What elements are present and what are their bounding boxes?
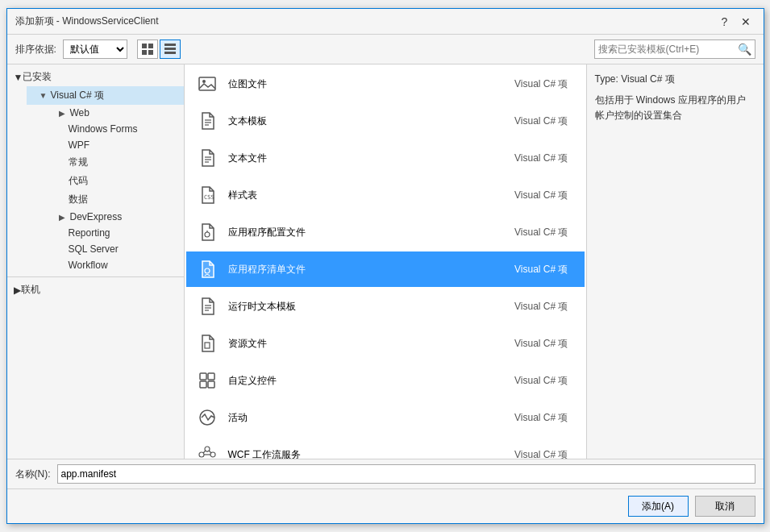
template-name: 应用程序清单文件 — [228, 263, 515, 276]
template-row[interactable]: 文本模板Visual C# 项 — [186, 103, 585, 139]
code-item[interactable]: 代码 — [46, 172, 184, 190]
template-icon — [194, 330, 220, 356]
name-input[interactable] — [57, 464, 755, 484]
template-type: Visual C# 项 — [514, 114, 568, 128]
reporting-label: Reporting — [69, 227, 177, 239]
template-name: 样式表 — [228, 189, 515, 202]
template-icon — [194, 405, 220, 430]
svg-text:CSS: CSS — [204, 194, 214, 201]
type-label: Type: Visual C# 项 — [595, 73, 755, 86]
installed-section[interactable]: ▼ 已安装 — [7, 68, 184, 86]
template-name: 自定义控件 — [228, 374, 515, 388]
toolbar: 排序依据: 默认值 名称 类型 — [7, 35, 764, 64]
svg-rect-23 — [200, 373, 206, 380]
sql-server-item[interactable]: SQL Server — [46, 241, 184, 257]
template-icon — [194, 219, 220, 245]
grid-view-button[interactable] — [137, 39, 158, 59]
windows-forms-label: Windows Forms — [69, 123, 177, 135]
search-input[interactable] — [598, 44, 738, 55]
template-type: Visual C# 项 — [514, 411, 568, 425]
wpf-item[interactable]: WPF — [46, 137, 184, 153]
template-icon — [194, 256, 220, 282]
template-name: WCF 工作流服务 — [228, 448, 515, 459]
template-type: Visual C# 项 — [514, 374, 568, 388]
template-name: 运行时文本模板 — [228, 300, 515, 314]
template-row[interactable]: 应用程序配置文件Visual C# 项 — [186, 214, 585, 250]
template-name: 位图文件 — [228, 77, 515, 91]
network-section[interactable]: ▶ 联机 — [7, 281, 184, 299]
template-icon: CSS — [194, 182, 220, 208]
grid-icon — [142, 44, 153, 55]
name-label: 名称(N): — [15, 468, 51, 481]
svg-rect-4 — [164, 44, 176, 46]
view-toggle — [137, 39, 181, 59]
sql-server-label: SQL Server — [69, 243, 177, 255]
common-label: 常规 — [69, 156, 177, 169]
network-label: 联机 — [21, 283, 40, 297]
template-icon — [194, 71, 220, 97]
template-row[interactable]: 应用程序清单文件Visual C# 项 — [186, 251, 585, 287]
template-type: Visual C# 项 — [514, 263, 568, 276]
visual-csharp-item[interactable]: ▼ Visual C# 项 — [27, 86, 184, 105]
left-separator — [7, 276, 184, 277]
template-type: Visual C# 项 — [514, 300, 568, 314]
template-type: Visual C# 项 — [514, 77, 568, 91]
devexpress-label: DevExpress — [70, 211, 177, 222]
template-type: Visual C# 项 — [514, 448, 568, 459]
template-row[interactable]: 运行时文本模板Visual C# 项 — [186, 289, 585, 324]
template-row[interactable]: CSS 样式表Visual C# 项 — [186, 177, 585, 213]
workflow-label: Workflow — [69, 260, 177, 271]
template-name: 资源文件 — [228, 337, 515, 351]
template-row[interactable]: 自定义控件Visual C# 项 — [186, 363, 585, 398]
template-name: 文本文件 — [228, 152, 515, 165]
svg-rect-25 — [200, 381, 206, 388]
content-area: ▼ 已安装 ▼ Visual C# 项 ▶ Web Windows — [7, 64, 764, 459]
svg-rect-2 — [142, 50, 147, 55]
middle-panel: 位图文件Visual C# 项 文本模板Visual C# 项 文本文件Visu… — [185, 64, 586, 459]
template-type: Visual C# 项 — [514, 189, 568, 202]
windows-forms-item[interactable]: Windows Forms — [46, 121, 184, 137]
template-row[interactable]: WCF 工作流服务Visual C# 项 — [186, 437, 585, 459]
cancel-button[interactable]: 取消 — [695, 496, 755, 517]
template-row[interactable]: 位图文件Visual C# 项 — [186, 66, 585, 102]
action-bar: 添加(A) 取消 — [7, 488, 764, 523]
sort-select[interactable]: 默认值 名称 类型 — [63, 39, 127, 59]
template-type: Visual C# 项 — [514, 337, 568, 351]
svg-rect-3 — [148, 50, 153, 55]
template-icon — [194, 368, 220, 393]
devexpress-arrow: ▶ — [59, 213, 69, 222]
add-button[interactable]: 添加(A) — [628, 496, 689, 517]
help-button[interactable]: ? — [715, 14, 735, 30]
svg-point-8 — [202, 80, 206, 83]
template-name: 活动 — [228, 411, 515, 425]
dialog-title: 添加新项 - WindowsServiceClient — [15, 15, 159, 28]
data-item[interactable]: 数据 — [46, 190, 184, 209]
workflow-item[interactable]: Workflow — [46, 257, 184, 273]
svg-rect-26 — [208, 381, 214, 388]
template-row[interactable]: 活动Visual C# 项 — [186, 400, 585, 435]
template-row[interactable]: 文本文件Visual C# 项 — [186, 140, 585, 176]
close-button[interactable]: ✕ — [736, 14, 755, 30]
list-view-button[interactable] — [160, 39, 181, 59]
template-row[interactable]: 资源文件Visual C# 项 — [186, 326, 585, 361]
devexpress-item[interactable]: ▶ DevExpress — [46, 209, 184, 225]
svg-line-33 — [203, 451, 206, 453]
title-bar: 添加新项 - WindowsServiceClient ? ✕ — [7, 9, 764, 35]
svg-point-16 — [205, 232, 210, 237]
description-text: 包括用于 Windows 应用程序的用户帐户控制的设置集合 — [595, 93, 755, 123]
web-item[interactable]: ▶ Web — [46, 105, 184, 121]
svg-line-34 — [209, 451, 211, 453]
reporting-item[interactable]: Reporting — [46, 225, 184, 241]
common-item[interactable]: 常规 — [46, 153, 184, 172]
visual-csharp-section: ▼ Visual C# 项 ▶ Web Windows Forms WPF — [7, 86, 184, 273]
left-panel: ▼ 已安装 ▼ Visual C# 项 ▶ Web Windows — [7, 64, 185, 459]
dialog-body: 排序依据: 默认值 名称 类型 — [7, 35, 764, 523]
title-bar-controls: ? ✕ — [715, 14, 755, 30]
template-icon — [194, 293, 220, 319]
search-icon: 🔍 — [738, 43, 751, 56]
template-type: Visual C# 项 — [514, 226, 568, 239]
visual-csharp-label: Visual C# 项 — [51, 89, 177, 102]
right-panel: Type: Visual C# 项 包括用于 Windows 应用程序的用户帐户… — [586, 64, 764, 459]
svg-rect-7 — [199, 77, 215, 90]
network-arrow: ▶ — [14, 285, 21, 296]
